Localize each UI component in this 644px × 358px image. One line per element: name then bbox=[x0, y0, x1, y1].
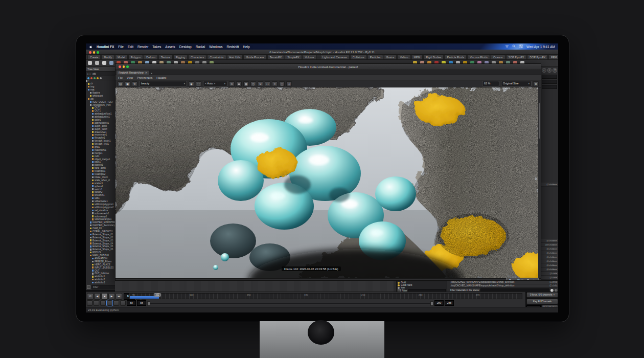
render-scrollbar[interactable] bbox=[538, 87, 541, 278]
close-window-icon[interactable] bbox=[119, 65, 121, 68]
range-slider-right-cap[interactable] bbox=[430, 301, 433, 306]
shrink-icon[interactable]: ⌗ bbox=[272, 81, 278, 86]
shelf-tab[interactable]: Collisions bbox=[350, 55, 367, 59]
stop-button[interactable]: ■ bbox=[101, 293, 108, 300]
size-select[interactable]: Original Size ▾ bbox=[501, 81, 532, 86]
tree-node[interactable]: attribblur3 bbox=[86, 281, 116, 283]
shelf-tab[interactable]: Lights and Cameras bbox=[320, 55, 350, 59]
shelf-tab[interactable]: Rigging bbox=[173, 55, 188, 59]
zoom-percent-field[interactable]: 62 % bbox=[482, 81, 499, 86]
info-icon[interactable]: i bbox=[547, 68, 552, 73]
key-all-channels-button[interactable]: Key All Channels bbox=[526, 299, 558, 304]
filter-dot-icon[interactable] bbox=[100, 77, 102, 79]
children-count-row[interactable]: (2 children bbox=[541, 183, 558, 187]
layers-icon[interactable]: ❏ bbox=[286, 81, 292, 86]
shelf-tab[interactable]: Vellum bbox=[397, 55, 410, 59]
shelf-tab[interactable]: Particles bbox=[367, 55, 383, 59]
target-icon[interactable]: ⊙ bbox=[258, 81, 263, 86]
children-count-row[interactable]: (0 children bbox=[541, 259, 558, 263]
material-ball-dark-icon[interactable] bbox=[555, 289, 558, 292]
filter-dot-icon[interactable] bbox=[87, 77, 89, 79]
parameter-field[interactable] bbox=[542, 80, 557, 84]
tab-redshift-renderview[interactable]: Redshift RenderView ✕ bbox=[117, 71, 149, 75]
tree-path-value[interactable]: obj bbox=[93, 72, 96, 75]
menubar-menu-item[interactable]: Help bbox=[243, 45, 249, 49]
children-count-row[interactable]: (0 children bbox=[541, 239, 558, 243]
shop-definition-row[interactable]: /obj/CACHED_MAINSHAPE/sopquickshade1/sho… bbox=[450, 281, 558, 284]
material-ball-icon[interactable] bbox=[550, 289, 554, 292]
shelf-tab[interactable]: Deform bbox=[144, 55, 158, 59]
close-window-icon[interactable] bbox=[89, 51, 91, 54]
minimize-window-icon[interactable] bbox=[123, 65, 125, 68]
clock-icon[interactable]: ◷ bbox=[250, 81, 256, 86]
jump-start-button[interactable]: ⏮ bbox=[87, 293, 94, 300]
menubar-menu-item[interactable]: Radial bbox=[196, 45, 205, 49]
menubar-menu-item[interactable]: Assets bbox=[165, 45, 175, 49]
apple-logo-icon[interactable] bbox=[89, 44, 93, 49]
shelf-tab[interactable]: Viscous Fluids bbox=[467, 55, 490, 59]
shelf-tab[interactable]: DOP PyroFX bbox=[527, 55, 548, 59]
parameter-field[interactable] bbox=[542, 75, 557, 79]
play-button[interactable]: ▶ bbox=[108, 293, 115, 300]
timeline[interactable]: 90120150180210240270 102 bbox=[129, 293, 522, 299]
expand-icon[interactable]: ⛶ bbox=[265, 81, 270, 86]
render-menu-item[interactable]: Houdini bbox=[156, 76, 166, 79]
global-end-field[interactable]: 288 bbox=[445, 300, 454, 306]
help-icon[interactable]: ? bbox=[553, 68, 557, 73]
children-count-row[interactable]: (0 children bbox=[541, 267, 558, 272]
shelf-tab[interactable]: SOP PyroFX bbox=[506, 55, 527, 59]
audio-toggle-icon[interactable] bbox=[94, 300, 99, 306]
shelf-tab[interactable]: Rigid Bodies bbox=[423, 55, 444, 59]
menubar-menu-item[interactable]: Takes bbox=[152, 45, 161, 49]
children-count-row[interactable]: (0 children bbox=[541, 247, 558, 251]
range-start-field[interactable]: 88 bbox=[127, 300, 136, 306]
bucket-icon[interactable]: ◉ bbox=[189, 81, 194, 86]
shelf-tool-icon[interactable] bbox=[88, 61, 92, 65]
render-image[interactable]: Frame 102: 2026-02-06 20:03:58 (1m:54s) bbox=[116, 87, 541, 278]
children-count-row[interactable]: (0 children bbox=[541, 255, 558, 259]
children-count-row[interactable]: (18 children bbox=[541, 243, 558, 247]
children-count-row[interactable]: (0 children bbox=[541, 251, 558, 255]
filter-dot-icon[interactable] bbox=[90, 77, 93, 79]
close-tab-icon[interactable]: ✕ bbox=[145, 71, 147, 74]
zoom-window-icon[interactable] bbox=[97, 51, 99, 54]
lock-icon[interactable]: ⚿ bbox=[229, 81, 235, 86]
tree-filter-input[interactable]: Filter bbox=[91, 285, 116, 289]
shelf-tool-icon[interactable] bbox=[109, 61, 113, 65]
refresh-icon[interactable]: ↻ bbox=[132, 81, 137, 86]
shelf-tab[interactable]: Volume bbox=[303, 55, 317, 59]
key-mode-icon[interactable] bbox=[113, 300, 119, 306]
children-count-row[interactable]: (1 child bbox=[541, 276, 558, 280]
aov-select[interactable]: beauty ▾ bbox=[139, 81, 187, 86]
children-count-row[interactable]: (1 child bbox=[541, 272, 558, 276]
shelf-tab[interactable]: Characters bbox=[188, 55, 206, 59]
grid-icon[interactable]: ⊞ bbox=[236, 81, 242, 86]
save-image-icon[interactable]: ▤ bbox=[118, 81, 123, 86]
menubar-menu-item[interactable]: Redshift bbox=[227, 45, 239, 49]
menubar-menu-item[interactable]: File bbox=[118, 45, 123, 49]
shelf-tab[interactable]: Particle Fluids bbox=[444, 55, 467, 59]
jump-end-button[interactable]: ⏭ bbox=[116, 293, 122, 300]
shelf-tab[interactable]: TerrainFX bbox=[267, 55, 284, 59]
range-slider-left-cap[interactable] bbox=[147, 301, 150, 306]
filter-dot-icon[interactable] bbox=[94, 77, 96, 79]
realtime-toggle-icon[interactable] bbox=[87, 300, 93, 306]
loop-toggle-icon[interactable] bbox=[100, 300, 106, 306]
back-arrow-icon[interactable]: ◂ bbox=[87, 72, 88, 75]
main-window-titlebar[interactable]: /Users/andra/Documents/Projects/Morph.hi… bbox=[86, 50, 558, 55]
forward-arrow-icon[interactable]: ▸ bbox=[90, 72, 91, 75]
shelf-tab[interactable]: Model bbox=[115, 55, 128, 59]
shelf-tab[interactable]: MPM bbox=[411, 55, 423, 59]
render-menu-item[interactable]: View bbox=[127, 76, 133, 79]
shelf-tab[interactable]: Guide Process bbox=[243, 55, 266, 59]
shelf-tab[interactable]: Hair Utils bbox=[227, 55, 243, 59]
tree-pane-tab[interactable]: Tree View bbox=[86, 67, 116, 72]
gear-icon[interactable]: ⚙ bbox=[533, 81, 539, 86]
menubar-app-name[interactable]: Houdini FX bbox=[97, 45, 114, 49]
render-menu-item[interactable]: Preferences bbox=[137, 76, 152, 79]
range-end-field[interactable]: 280 bbox=[434, 300, 444, 306]
filter-checkbox[interactable] bbox=[87, 285, 90, 289]
zoom-window-icon[interactable] bbox=[126, 65, 129, 68]
shelf-tool-icon[interactable] bbox=[95, 61, 99, 65]
shelf-tool-icon[interactable] bbox=[102, 61, 106, 65]
